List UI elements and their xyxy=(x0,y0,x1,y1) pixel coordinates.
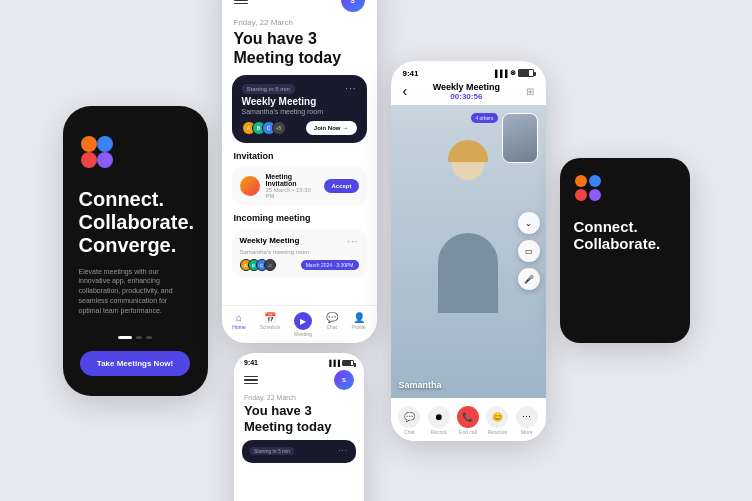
starting-badge: Starting in 5 min xyxy=(242,84,295,94)
video-status-bar: 9:41 ▐▐▐ ⊛ xyxy=(391,61,546,80)
date-label: Friday, 22 March xyxy=(222,18,377,27)
small-logo xyxy=(574,174,602,206)
dot-active xyxy=(118,336,132,339)
others-badge: 4 others xyxy=(471,113,497,123)
inc-avatar-group: A B C +5 xyxy=(240,259,276,271)
small-card-header: Starting in 5 min ··· xyxy=(250,446,348,455)
ctrl-reaction[interactable]: 😊 Reaction xyxy=(486,406,508,435)
cta-button[interactable]: Take Meetings Now! xyxy=(80,351,190,376)
app-logo xyxy=(79,134,115,170)
hero-text: Connect. Collaborate. Converge. xyxy=(79,188,195,257)
more-options[interactable]: ··· xyxy=(345,83,356,94)
card-title: Weekly Meeting xyxy=(242,96,357,107)
ctrl-reaction-icon: 😊 xyxy=(486,406,508,428)
phone-video-call: 9:41 ▐▐▐ ⊛ ‹ Weekly Meeting 00:30:56 ⊞ xyxy=(391,61,546,441)
person-name-label: Samantha xyxy=(399,380,442,390)
small-meeting-count: You have 3 Meeting today xyxy=(234,403,364,434)
svg-point-7 xyxy=(589,189,601,201)
av-count: +5 xyxy=(272,121,286,135)
meeting-icon: ▶ xyxy=(294,312,312,330)
phone-header: S xyxy=(222,0,377,18)
small-menu[interactable] xyxy=(244,376,258,385)
video-main: 4 others Samantha ⌄ ▭ 🎤 xyxy=(391,105,546,398)
inc-bottom: A B C +5 March 2024 · 3:30PM xyxy=(240,259,359,271)
small-battery xyxy=(342,360,354,366)
home-icon: ⌂ xyxy=(236,312,242,323)
small-header: S xyxy=(234,368,364,394)
call-timer: 00:30:56 xyxy=(433,92,500,101)
small-status-icons: ▐▐▐ xyxy=(327,360,354,366)
nav-chat[interactable]: 💬 Chat xyxy=(326,312,338,337)
svg-point-4 xyxy=(575,175,587,187)
card-bottom: A B C +5 Join Now → xyxy=(242,121,357,135)
join-button[interactable]: Join Now → xyxy=(306,121,357,135)
profile-icon: 👤 xyxy=(353,312,365,323)
back-button[interactable]: ‹ xyxy=(403,83,408,99)
small-date: Friday, 22 March xyxy=(234,394,364,401)
mic-btn[interactable]: 🎤 xyxy=(518,268,540,290)
nav-schedule[interactable]: 📅 Schedule xyxy=(259,312,280,337)
svg-point-6 xyxy=(575,189,587,201)
nav-profile[interactable]: 👤 Profile xyxy=(351,312,365,337)
ctrl-record-icon: ⏺ xyxy=(428,406,450,428)
pip-person xyxy=(503,114,537,162)
phone-dark-small: Connect. Collaborate. xyxy=(560,158,690,343)
svg-point-2 xyxy=(81,152,97,168)
video-status-icons: ▐▐▐ ⊛ xyxy=(493,69,534,77)
inv-date: 25 March • 15:30 PM xyxy=(266,187,319,199)
screen-share-icon[interactable]: ⊞ xyxy=(526,86,534,97)
small-hero-text: Connect. Collaborate. xyxy=(574,218,661,253)
incoming-card: Weekly Meeting ··· Samantha's meeting ro… xyxy=(232,229,367,278)
scene: Connect. Collaborate. Converge. Elevate … xyxy=(0,0,752,501)
inc-av-count: +5 xyxy=(264,259,276,271)
invitation-row: Meeting Invitation 25 March • 15:30 PM A… xyxy=(232,167,367,205)
small-more-dots[interactable]: ··· xyxy=(338,446,348,455)
svg-point-3 xyxy=(97,152,113,168)
ctrl-chat-icon: 💬 xyxy=(398,406,420,428)
small-starting-badge: Starting in 5 min xyxy=(250,447,294,455)
incoming-section-title: Incoming meeting xyxy=(222,213,377,223)
call-header: ‹ Weekly Meeting 00:30:56 ⊞ xyxy=(391,80,546,105)
bottom-nav: ⌂ Home 📅 Schedule ▶ Meeting 💬 Chat xyxy=(222,305,377,343)
user-avatar[interactable]: S xyxy=(341,0,365,12)
ctrl-more-icon: ⋯ xyxy=(516,406,538,428)
small-meeting-card: Starting in 5 min ··· xyxy=(242,440,356,463)
accept-button[interactable]: Accept xyxy=(324,179,358,193)
date-badge: March 2024 · 3:30PM xyxy=(301,260,359,270)
small-status-bar: 9:41 ▐▐▐ xyxy=(234,353,364,368)
expand-btn[interactable]: ⌄ xyxy=(518,212,540,234)
small-avatar[interactable]: S xyxy=(334,370,354,390)
ctrl-end-call[interactable]: 📞 End call xyxy=(457,406,479,435)
inc-more[interactable]: ··· xyxy=(347,236,358,247)
video-time: 9:41 xyxy=(403,69,419,78)
chat-icon: 💬 xyxy=(326,312,338,323)
ctrl-chat[interactable]: 💬 Chat xyxy=(398,406,420,435)
video-battery xyxy=(518,69,534,77)
card-subtitle: Samantha's meeting room xyxy=(242,108,357,115)
meeting-count: You have 3 Meeting today xyxy=(222,29,377,67)
ctrl-record[interactable]: ⏺ Record xyxy=(428,406,450,435)
svg-point-0 xyxy=(81,136,97,152)
inc-sub: Samantha's meeting room xyxy=(240,249,359,255)
svg-point-5 xyxy=(589,175,601,187)
invitation-section-title: Invitation xyxy=(222,151,377,161)
nav-meeting[interactable]: ▶ Meeting xyxy=(294,312,312,337)
inv-avatar xyxy=(240,176,260,196)
ctrl-more[interactable]: ⋯ More xyxy=(516,406,538,435)
carousel-dots xyxy=(118,336,152,339)
menu-icon[interactable] xyxy=(234,0,248,4)
card-header: Starting in 5 min ··· xyxy=(242,83,357,94)
camera-btn[interactable]: ▭ xyxy=(518,240,540,262)
call-title: Weekly Meeting xyxy=(433,82,500,92)
dot-inactive-2 xyxy=(146,336,152,339)
nav-home[interactable]: ⌂ Home xyxy=(232,312,245,337)
phone-schedule: 9:41 ▐▐▐ ⊛ S xyxy=(222,0,377,343)
inv-title: Meeting Invitation xyxy=(266,173,319,187)
svg-point-1 xyxy=(97,136,113,152)
end-call-icon: 📞 xyxy=(457,406,479,428)
video-pip xyxy=(502,113,538,163)
inv-info: Meeting Invitation 25 March • 15:30 PM xyxy=(266,173,319,199)
phone-small: 9:41 ▐▐▐ S Friday, xyxy=(234,353,364,501)
schedule-icon: 📅 xyxy=(264,312,276,323)
hero-subtitle: Elevate meetings with our innovative app… xyxy=(79,267,192,316)
